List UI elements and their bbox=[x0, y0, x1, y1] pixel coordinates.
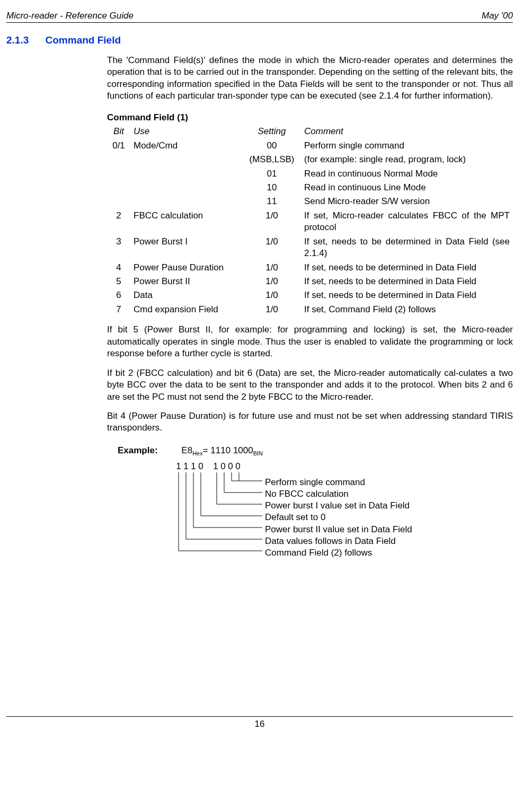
th-comment: Comment bbox=[304, 125, 513, 138]
annotation: Data values follows in Data Field bbox=[265, 535, 412, 547]
table-row: 2FBCC calculation1/0If set, Micro-reader… bbox=[107, 209, 513, 235]
table-row: 11Send Micro-reader S/W version bbox=[107, 195, 513, 208]
example-line: Example: E8Hex= 1110 1000BIN bbox=[118, 445, 513, 458]
th-setting: Setting bbox=[243, 125, 304, 138]
annotation: No FBCC calculation bbox=[265, 488, 412, 500]
annotation: Power burst II value set in Data Field bbox=[265, 524, 412, 535]
paragraph: If bit 5 (Power Burst II, for example: f… bbox=[107, 324, 513, 359]
table-row: (MSB,LSB)(for example: single read, prog… bbox=[107, 153, 513, 166]
page-number: 16 bbox=[255, 719, 265, 729]
section-title: Command Field bbox=[46, 34, 121, 46]
command-field-table: Bit Use Setting Comment 0/1Mode/Cmd00Per… bbox=[107, 125, 513, 317]
bits-row: 11101000 bbox=[175, 461, 513, 472]
table-title: Command Field (1) bbox=[107, 112, 513, 124]
table-row: 10Read in continuous Line Mode bbox=[107, 181, 513, 195]
example-hex: E8 bbox=[181, 445, 192, 455]
table-row: 6Data1/0If set, needs to be determined i… bbox=[107, 288, 513, 302]
annotation: Command Field (2) follows bbox=[265, 547, 412, 559]
example-mid: = 1110 1000 bbox=[203, 445, 253, 455]
section-number: 2.1.3 bbox=[6, 34, 29, 46]
hex-sub: Hex bbox=[192, 450, 203, 456]
header-left: Micro-reader - Reference Guide bbox=[6, 11, 134, 21]
example-label: Example: bbox=[118, 445, 158, 455]
paragraph: Bit 4 (Power Pause Duration) is for futu… bbox=[107, 410, 513, 434]
content-block: The 'Command Field(s)' defines the mode … bbox=[107, 55, 513, 578]
bin-sub: BIN bbox=[253, 450, 263, 456]
paragraph: The 'Command Field(s)' defines the mode … bbox=[107, 55, 513, 102]
table-row: 7Cmd expansion Field1/0If set, Command F… bbox=[107, 303, 513, 317]
section-heading: 2.1.3 Command Field bbox=[6, 34, 513, 46]
table-row: 01Read in continuous Normal Mode bbox=[107, 167, 513, 181]
diagram-lines-icon bbox=[175, 472, 265, 568]
table-row: 3Power Burst I1/0If set, needs to be det… bbox=[107, 235, 513, 261]
table-row: 0/1Mode/Cmd00Perform single command bbox=[107, 139, 513, 153]
annotation: Perform single command bbox=[265, 477, 412, 488]
annotation: Default set to 0 bbox=[265, 512, 412, 523]
paragraph: If bit 2 (FBCC calculation) and bit 6 (D… bbox=[107, 367, 513, 403]
th-bit: Bit bbox=[107, 125, 134, 138]
table-row: 5Power Burst II1/0If set, needs to be de… bbox=[107, 275, 513, 288]
bit-diagram: Perform single command No FBCC calculati… bbox=[175, 472, 513, 578]
example-block: Example: E8Hex= 1110 1000BIN 11101000 bbox=[118, 445, 513, 578]
annotation: Power burst I value set in Data Field bbox=[265, 500, 412, 512]
th-use: Use bbox=[134, 125, 243, 138]
diagram-labels: Perform single command No FBCC calculati… bbox=[265, 477, 412, 559]
header-right: May '00 bbox=[482, 11, 513, 21]
page-header: Micro-reader - Reference Guide May '00 bbox=[6, 11, 513, 23]
table-row: 4Power Pause Duration1/0If set, needs to… bbox=[107, 261, 513, 275]
page-footer: 16 bbox=[6, 716, 513, 730]
